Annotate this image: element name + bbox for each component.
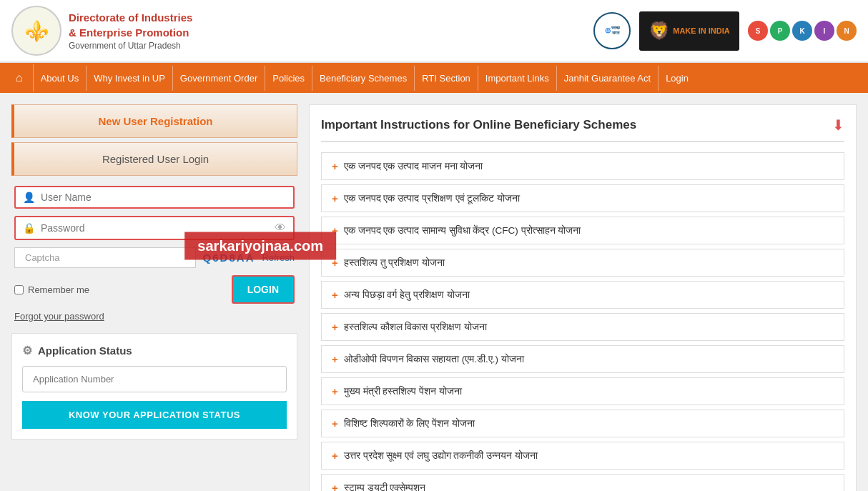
- partner-logo-4: I: [814, 21, 834, 41]
- scheme-item-5[interactable]: + अन्य पिछड़ा वर्ग हेतु प्रशिक्षण योजना: [321, 281, 844, 309]
- plus-icon-10: +: [332, 450, 338, 462]
- plus-icon-6: +: [332, 321, 338, 333]
- nav-government-order[interactable]: Government Order: [173, 66, 265, 91]
- header-title-block: Directorate of Industries & Enterprise P…: [69, 10, 192, 52]
- password-input[interactable]: [41, 222, 269, 234]
- plus-icon-2: +: [332, 192, 338, 204]
- application-status-title: Application Status: [38, 344, 132, 357]
- login-form: 👤 🔒 👁 Captcha Q6D8AA Refresh Remember me: [11, 186, 297, 322]
- nav-why-invest[interactable]: Why Invest in UP: [87, 66, 173, 91]
- nav-beneficiary-schemes[interactable]: Beneficiary Schemes: [312, 66, 415, 91]
- scheme-list: + एक जनपद एक उत्पाद माजन मना योजना + एक …: [321, 152, 844, 491]
- scheme-item-8[interactable]: + मुख्य मंत्री हस्तशिल्प पेंशन योजना: [321, 377, 844, 405]
- application-status-box: ⚙ Application Status KNOW YOUR APPLICATI…: [11, 333, 297, 440]
- right-panel: Important Instructions for Online Benefi…: [309, 104, 857, 491]
- username-input-wrapper: 👤: [14, 186, 295, 209]
- nav-rti-section[interactable]: RTI Section: [415, 66, 478, 91]
- page-header: ⚜️ Directorate of Industries & Enterpris…: [0, 0, 868, 63]
- captcha-input-box: Captcha: [14, 247, 196, 268]
- government-emblem: ⚜️: [11, 6, 61, 56]
- plus-icon-3: +: [332, 224, 338, 237]
- password-input-wrapper: 🔒 👁: [14, 216, 295, 240]
- eye-icon[interactable]: 👁: [275, 222, 286, 234]
- plus-icon-4: +: [332, 257, 338, 269]
- plus-icon-7: +: [332, 353, 338, 365]
- captcha-code: Q6D8AA: [203, 252, 255, 264]
- header-logos-right: 🌀स्वच्छभारत MAKE IN INDIA S P K I N: [593, 11, 857, 51]
- partner-logo-3: K: [792, 21, 812, 41]
- remember-login-row: Remember me LOGIN: [14, 275, 295, 304]
- username-input[interactable]: [41, 192, 286, 203]
- captcha-row: Captcha Q6D8AA Refresh: [14, 247, 295, 268]
- forgot-password-link[interactable]: Forgot your password: [14, 311, 295, 322]
- header-logo: ⚜️ Directorate of Industries & Enterpris…: [11, 6, 192, 56]
- captcha-refresh-button[interactable]: Refresh: [262, 252, 295, 263]
- download-icon[interactable]: ⬇: [832, 116, 844, 134]
- scheme-item-2[interactable]: + एक जनपद एक उत्पाद प्रशिक्षण एवं टूलकिट…: [321, 184, 844, 212]
- partner-logo-1: S: [748, 21, 768, 41]
- scheme-item-1[interactable]: + एक जनपद एक उत्पाद माजन मना योजना: [321, 152, 844, 180]
- plus-icon-8: +: [332, 385, 338, 397]
- scheme-item-7[interactable]: + ओडीओपी विपणन विकास सहायता (एम.डी.ए.) य…: [321, 345, 844, 373]
- scheme-item-11[interactable]: + स्टाम्प ड्यूटी एक्सेम्पशन: [321, 474, 844, 491]
- user-icon: 👤: [23, 192, 35, 203]
- share-icon: ⚙: [22, 344, 32, 357]
- main-navbar: ⌂ About Us Why Invest in UP Government O…: [0, 63, 868, 93]
- swachh-circle-logo: 🌀स्वच्छभारत: [593, 12, 631, 49]
- instructions-title: Important Instructions for Online Benefi…: [321, 118, 636, 132]
- remember-me-label: Remember me: [14, 284, 89, 295]
- nav-janhit[interactable]: Janhit Guarantee Act: [557, 66, 659, 91]
- scheme-item-9[interactable]: + विशिष्ट शिल्पकारों के लिए पेंशन योजना: [321, 410, 844, 437]
- scheme-item-3[interactable]: + एक जनपद एक उत्पाद सामान्य सुविधा केंद्…: [321, 217, 844, 244]
- plus-icon-9: +: [332, 417, 338, 430]
- remember-me-checkbox[interactable]: [14, 285, 24, 294]
- home-icon: ⌂: [16, 71, 23, 84]
- know-status-button[interactable]: KNOW YOUR APPLICATION STATUS: [22, 401, 287, 429]
- nav-home[interactable]: ⌂: [6, 64, 34, 91]
- org-name-line1: Directorate of Industries: [69, 10, 192, 25]
- make-in-india-logo: MAKE IN INDIA: [639, 11, 739, 51]
- plus-icon-5: +: [332, 289, 338, 301]
- swachh-bharat-logo: 🌀स्वच्छभारत: [593, 12, 631, 49]
- org-name-line2: & Enterprise Promotion: [69, 25, 192, 40]
- nav-policies[interactable]: Policies: [265, 66, 312, 91]
- application-status-header: ⚙ Application Status: [22, 344, 287, 357]
- nav-about-us[interactable]: About Us: [34, 66, 87, 91]
- nav-login[interactable]: Login: [659, 66, 696, 91]
- scheme-item-6[interactable]: + हस्तशिल्प कौशल विकास प्रशिक्षण योजना: [321, 313, 844, 341]
- partner-logos: S P K I N: [748, 21, 857, 41]
- org-name-line3: Government of Uttar Pradesh: [69, 40, 192, 52]
- instructions-header: Important Instructions for Online Benefi…: [321, 116, 844, 142]
- registered-user-login-button[interactable]: Registered User Login: [11, 142, 297, 176]
- login-button[interactable]: LOGIN: [232, 275, 295, 304]
- nav-important-links[interactable]: Important Links: [478, 66, 557, 91]
- login-button-container: LOGIN: [232, 275, 295, 304]
- scheme-item-10[interactable]: + उत्तर प्रदेश सूक्ष्म एवं लघु उद्योग तक…: [321, 442, 844, 470]
- left-sidebar: New User Registration Registered User Lo…: [11, 104, 297, 491]
- new-user-registration-button[interactable]: New User Registration: [11, 104, 297, 138]
- application-number-input[interactable]: [22, 366, 287, 392]
- lock-icon: 🔒: [23, 222, 35, 234]
- plus-icon-1: +: [332, 160, 338, 172]
- scheme-item-4[interactable]: + हस्तशिल्प तु प्रशिक्षण योजना: [321, 249, 844, 277]
- plus-icon-11: +: [332, 482, 338, 491]
- partner-logo-2: P: [770, 21, 790, 41]
- main-content: New User Registration Registered User Lo…: [0, 93, 868, 491]
- partner-logo-5: N: [837, 21, 857, 41]
